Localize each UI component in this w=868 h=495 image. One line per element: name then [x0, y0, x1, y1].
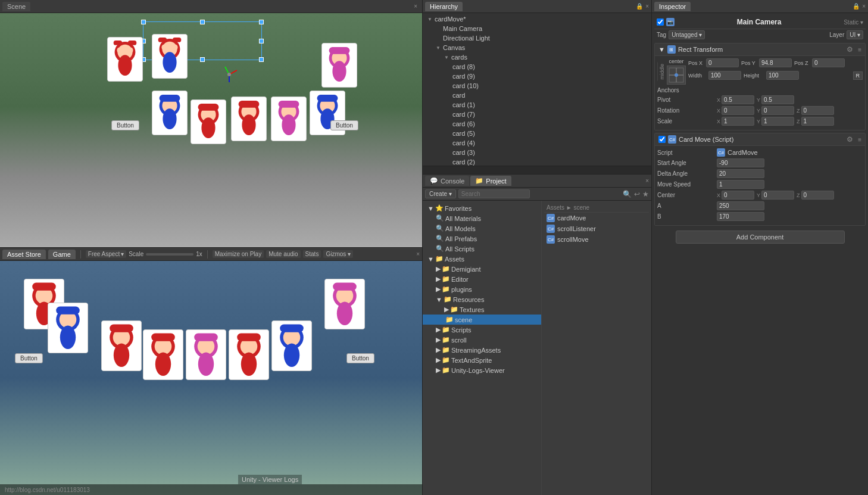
maximize-btn[interactable]: Maximize on Play	[213, 250, 264, 258]
rect-transform-settings[interactable]: ⚙	[847, 45, 853, 54]
add-component-btn[interactable]: Add Component	[676, 231, 845, 244]
script-active-checkbox[interactable]	[658, 136, 666, 143]
card-move-header[interactable]: C# Card Move (Script) ⚙ ≡	[655, 133, 865, 146]
tree-all-models[interactable]: 🔍 All Models	[423, 223, 541, 234]
asset-scroll-listener[interactable]: C# scrollListener	[544, 223, 649, 234]
tab-scene[interactable]: Scene	[2, 2, 30, 11]
scale-slider[interactable]	[146, 253, 193, 256]
star-icon[interactable]: ★	[642, 190, 649, 198]
game-button-right[interactable]: Button	[346, 353, 374, 363]
tab-project[interactable]: 📁 Project	[470, 176, 511, 186]
hier-item-card-base[interactable]: card	[423, 91, 651, 100]
rect-r-btn[interactable]: R	[853, 71, 863, 80]
tag-dropdown[interactable]: Untagged ▾	[669, 30, 705, 39]
hier-item-card7[interactable]: card (7)	[423, 110, 651, 119]
aspect-dropdown[interactable]: Free Aspect ▾	[86, 250, 126, 258]
hier-item-card10[interactable]: card (10)	[423, 81, 651, 91]
search-icon[interactable]: 🔍	[623, 190, 632, 198]
tab-asset-store[interactable]: Asset Store	[2, 250, 46, 259]
rot-x-input[interactable]	[722, 106, 754, 115]
create-btn[interactable]: Create ▾	[425, 189, 456, 198]
tree-resources[interactable]: ▼ 📁 Resources	[423, 294, 541, 304]
hierarchy-lock[interactable]: 🔒	[636, 3, 643, 10]
hier-item-directional-light[interactable]: Directional Light	[423, 33, 651, 43]
scene-panel-close[interactable]: ×	[411, 2, 420, 10]
delta-angle-input[interactable]	[717, 169, 764, 178]
inspector-close[interactable]: ×	[862, 3, 866, 10]
rot-z-input[interactable]	[801, 106, 834, 115]
game-button-left[interactable]: Button	[15, 353, 43, 363]
tree-demigiant[interactable]: ▶ 📁 Demigiant	[423, 264, 541, 274]
hier-item-card8[interactable]: card (8)	[423, 62, 651, 71]
gizmos-btn[interactable]: Gizmos ▾	[323, 250, 353, 258]
pos-x-input[interactable]	[706, 58, 739, 67]
layer-dropdown[interactable]: UI ▾	[847, 30, 863, 39]
rect-transform-menu[interactable]: ≡	[858, 46, 861, 53]
tree-item-favorites[interactable]: ▼ ⭐ Favorites	[423, 203, 541, 213]
script-menu[interactable]: ≡	[858, 136, 861, 143]
hier-item-card6[interactable]: card (6)	[423, 119, 651, 129]
hier-item-canvas[interactable]: ▼ Canvas	[423, 43, 651, 52]
center-z-input[interactable]	[801, 191, 834, 200]
pos-z-input[interactable]	[812, 58, 845, 67]
scale-x-input[interactable]	[722, 117, 754, 126]
hier-item-card4[interactable]: card (4)	[423, 138, 651, 148]
rot-y-input[interactable]	[761, 106, 794, 115]
hier-item-cardmove[interactable]: ▼ cardMove*	[423, 14, 651, 24]
tree-streaming-assets[interactable]: ▶ 📁 StreamingAssets	[423, 345, 541, 355]
tree-all-prefabs[interactable]: 🔍 All Prefabs	[423, 234, 541, 244]
height-input[interactable]	[766, 71, 799, 80]
a-input[interactable]	[717, 201, 764, 210]
script-settings[interactable]: ⚙	[847, 135, 853, 144]
hier-item-card3[interactable]: card (3)	[423, 148, 651, 157]
scale-z-input[interactable]	[801, 117, 834, 126]
rect-transform-header[interactable]: ▼ ⊞ Rect Transform ⚙ ≡	[655, 43, 865, 56]
scene-button-right[interactable]: Button	[330, 120, 358, 130]
inspector-lock-icon[interactable]: 🔒	[853, 3, 860, 10]
game-panel-close[interactable]: ×	[416, 251, 420, 257]
tree-all-materials[interactable]: 🔍 All Materials	[423, 213, 541, 223]
tree-scroll[interactable]: ▶ 📁 scroll	[423, 335, 541, 345]
tab-console[interactable]: 💬 Console	[425, 176, 469, 186]
width-input[interactable]	[708, 71, 741, 80]
tab-hierarchy[interactable]: Hierarchy	[425, 2, 463, 11]
hierarchy-close[interactable]: ×	[645, 3, 649, 10]
stats-btn[interactable]: Stats	[303, 250, 321, 258]
tree-editor[interactable]: ▶ 📁 Editor	[423, 274, 541, 284]
hier-item-card9[interactable]: card (9)	[423, 71, 651, 81]
tree-scene[interactable]: 📁 scene	[423, 315, 541, 325]
tree-text-sprite[interactable]: ▶ 📁 TextAndSprite	[423, 355, 541, 365]
tree-textures[interactable]: ▶ 📁 Textures	[423, 304, 541, 315]
asset-scroll-move[interactable]: C# scrollMove	[544, 234, 649, 245]
mute-btn[interactable]: Mute audio	[266, 250, 300, 258]
b-input[interactable]	[717, 212, 764, 221]
gizmos-arrow: ▾	[348, 251, 351, 257]
tree-unity-logs[interactable]: ▶ 📁 Unity-Logs-Viewer	[423, 365, 541, 375]
asset-cardmove[interactable]: C# cardMove	[544, 213, 649, 223]
console-project-close[interactable]: ×	[645, 178, 649, 184]
hier-item-cards[interactable]: ▼ cards	[423, 52, 651, 62]
tree-plugins[interactable]: ▶ 📁 plugins	[423, 284, 541, 294]
tree-item-assets[interactable]: ▼ 📁 Assets	[423, 254, 541, 264]
tree-all-scripts[interactable]: 🔍 All Scripts	[423, 244, 541, 254]
hier-item-card2[interactable]: card (2)	[423, 157, 651, 166]
history-icon[interactable]: ↩	[634, 190, 640, 198]
pivot-x-input[interactable]	[722, 95, 754, 104]
scale-y-input[interactable]	[761, 117, 794, 126]
hier-item-card1[interactable]: card (1)	[423, 100, 651, 110]
center-x-input[interactable]	[722, 191, 754, 200]
hier-item-main-camera[interactable]: Main Camera	[423, 24, 651, 33]
tab-inspector[interactable]: Inspector	[654, 2, 691, 11]
tree-scripts[interactable]: ▶ 📁 Scripts	[423, 325, 541, 335]
center-y-input[interactable]	[761, 191, 794, 200]
scene-button-left[interactable]: Button	[111, 120, 139, 130]
tab-game[interactable]: Game	[48, 250, 76, 259]
pos-y-input[interactable]	[759, 58, 792, 67]
move-speed-input[interactable]	[717, 180, 764, 189]
object-active-checkbox[interactable]	[657, 18, 664, 26]
start-angle-input[interactable]	[717, 158, 764, 167]
hier-item-card5[interactable]: card (5)	[423, 129, 651, 138]
project-search[interactable]	[458, 189, 530, 198]
anchor-widget[interactable]	[667, 66, 686, 85]
pivot-y-input[interactable]	[761, 95, 794, 104]
